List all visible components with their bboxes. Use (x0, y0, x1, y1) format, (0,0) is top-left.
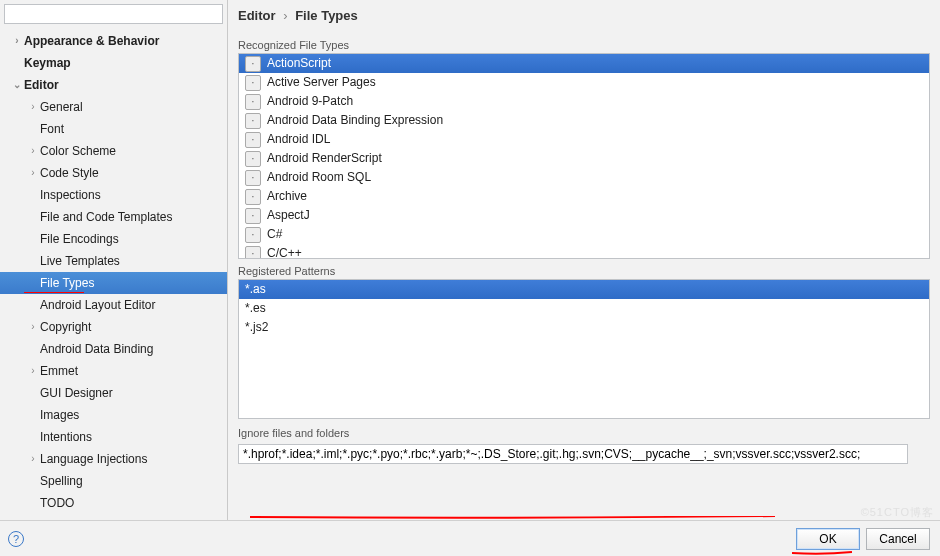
pattern-row[interactable]: *.as (239, 280, 929, 299)
sidebar-item-label: Android Layout Editor (40, 296, 155, 314)
sidebar-item-keymap[interactable]: Keymap (0, 52, 227, 74)
pattern-label: *.es (245, 300, 266, 317)
sidebar-item-label: Spelling (40, 472, 83, 490)
file-type-row[interactable]: ·AspectJ (239, 206, 929, 225)
registered-patterns-list[interactable]: *.as*.es*.js2 (238, 279, 930, 419)
pattern-row[interactable]: *.js2 (239, 318, 929, 337)
chevron-right-icon: › (28, 450, 38, 468)
file-type-label: Android Room SQL (267, 169, 371, 186)
file-type-icon: · (245, 151, 261, 167)
file-type-row[interactable]: ·Android RenderScript (239, 149, 929, 168)
pattern-label: *.js2 (245, 319, 268, 336)
ignore-files-input[interactable] (238, 444, 908, 464)
file-type-row[interactable]: ·Active Server Pages (239, 73, 929, 92)
sidebar-item-spelling[interactable]: Spelling (0, 470, 227, 492)
file-type-icon: · (245, 94, 261, 110)
sidebar-item-file-types[interactable]: File Types (0, 272, 227, 294)
chevron-right-icon: › (28, 362, 38, 380)
file-type-label: C/C++ (267, 245, 302, 259)
sidebar-item-emmet[interactable]: ›Emmet (0, 360, 227, 382)
file-type-icon: · (245, 75, 261, 91)
sidebar-item-intentions[interactable]: Intentions (0, 426, 227, 448)
sidebar-item-images[interactable]: Images (0, 404, 227, 426)
sidebar-item-inspections[interactable]: Inspections (0, 184, 227, 206)
file-type-row[interactable]: ·ActionScript (239, 54, 929, 73)
file-type-label: Archive (267, 188, 307, 205)
sidebar-item-label: Inspections (40, 186, 101, 204)
pattern-label: *.as (245, 281, 266, 298)
settings-content: Editor › File Types Recognized File Type… (228, 0, 940, 520)
pattern-row[interactable]: *.es (239, 299, 929, 318)
chevron-right-icon: › (279, 8, 291, 23)
breadcrumb-leaf: File Types (295, 8, 358, 23)
file-type-row[interactable]: ·Android IDL (239, 130, 929, 149)
file-type-row[interactable]: ·Android 9-Patch (239, 92, 929, 111)
sidebar-item-label: Emmet (40, 362, 78, 380)
sidebar-item-editor[interactable]: ⌄Editor (0, 74, 227, 96)
file-type-row[interactable]: ·C/C++ (239, 244, 929, 259)
sidebar-item-general[interactable]: ›General (0, 96, 227, 118)
sidebar-item-gui-designer[interactable]: GUI Designer (0, 382, 227, 404)
sidebar-item-label: Editor (24, 76, 59, 94)
recognized-file-types-label: Recognized File Types (238, 39, 930, 51)
sidebar-item-copyright[interactable]: ›Copyright (0, 316, 227, 338)
sidebar-item-live-templates[interactable]: Live Templates (0, 250, 227, 272)
file-type-label: Android 9-Patch (267, 93, 353, 110)
chevron-right-icon: › (28, 142, 38, 160)
sidebar-item-label: Keymap (24, 54, 71, 72)
file-type-row[interactable]: ·Archive (239, 187, 929, 206)
sidebar-item-label: File Types (40, 274, 94, 292)
breadcrumb-root: Editor (238, 8, 276, 23)
file-type-icon: · (245, 56, 261, 72)
sidebar-item-todo[interactable]: TODO (0, 492, 227, 514)
file-type-row[interactable]: ·Android Data Binding Expression (239, 111, 929, 130)
settings-sidebar: ›Appearance & BehaviorKeymap⌄Editor›Gene… (0, 0, 228, 520)
ignore-label: Ignore files and folders (238, 427, 930, 439)
sidebar-item-label: File and Code Templates (40, 208, 173, 226)
sidebar-item-font[interactable]: Font (0, 118, 227, 140)
file-type-label: AspectJ (267, 207, 310, 224)
sidebar-item-label: Images (40, 406, 79, 424)
recognized-file-types-list[interactable]: ·ActionScript·Active Server Pages·Androi… (238, 53, 930, 259)
sidebar-item-color-scheme[interactable]: ›Color Scheme (0, 140, 227, 162)
file-type-icon: · (245, 227, 261, 243)
sidebar-item-label: Intentions (40, 428, 92, 446)
file-type-row[interactable]: ·Android Room SQL (239, 168, 929, 187)
sidebar-item-code-style[interactable]: ›Code Style (0, 162, 227, 184)
ok-button[interactable]: OK (796, 528, 860, 550)
settings-tree[interactable]: ›Appearance & BehaviorKeymap⌄Editor›Gene… (0, 28, 227, 520)
sidebar-item-label: Live Templates (40, 252, 120, 270)
breadcrumb: Editor › File Types (238, 8, 930, 23)
file-type-label: Android IDL (267, 131, 330, 148)
help-icon[interactable]: ? (8, 531, 24, 547)
file-type-icon: · (245, 246, 261, 260)
search-input[interactable] (4, 4, 223, 24)
registered-patterns-label: Registered Patterns (238, 265, 930, 277)
chevron-right-icon: › (28, 98, 38, 116)
file-type-icon: · (245, 189, 261, 205)
sidebar-item-language-injections[interactable]: ›Language Injections (0, 448, 227, 470)
file-type-row[interactable]: ·C# (239, 225, 929, 244)
watermark-text: ©51CTO博客 (861, 505, 934, 520)
sidebar-item-label: General (40, 98, 83, 116)
sidebar-item-label: Language Injections (40, 450, 147, 468)
file-type-label: Android RenderScript (267, 150, 382, 167)
cancel-button[interactable]: Cancel (866, 528, 930, 550)
chevron-down-icon: ⌄ (12, 76, 22, 94)
sidebar-item-label: Copyright (40, 318, 91, 336)
sidebar-item-label: File Encodings (40, 230, 119, 248)
sidebar-item-file-and-code-templates[interactable]: File and Code Templates (0, 206, 227, 228)
sidebar-item-android-data-binding[interactable]: Android Data Binding (0, 338, 227, 360)
chevron-right-icon: › (12, 32, 22, 50)
sidebar-item-label: Appearance & Behavior (24, 32, 159, 50)
sidebar-item-appearance-behavior[interactable]: ›Appearance & Behavior (0, 30, 227, 52)
file-type-label: Active Server Pages (267, 74, 376, 91)
sidebar-item-android-layout-editor[interactable]: Android Layout Editor (0, 294, 227, 316)
chevron-right-icon: › (28, 164, 38, 182)
sidebar-item-label: Font (40, 120, 64, 138)
sidebar-item-file-encodings[interactable]: File Encodings (0, 228, 227, 250)
sidebar-item-label: Android Data Binding (40, 340, 153, 358)
file-type-icon: · (245, 132, 261, 148)
file-type-icon: · (245, 113, 261, 129)
file-type-label: ActionScript (267, 55, 331, 72)
